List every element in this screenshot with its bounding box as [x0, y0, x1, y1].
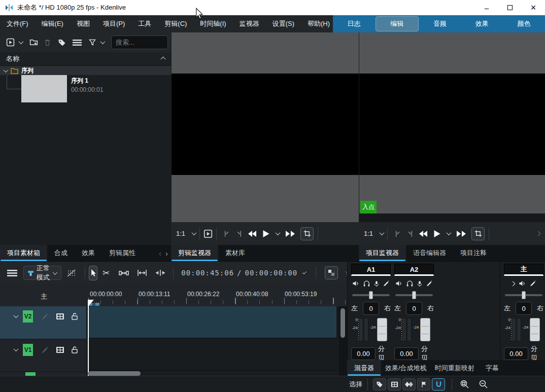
track-lane-v1[interactable]: [88, 340, 336, 371]
menu-clip[interactable]: 剪辑(C): [158, 15, 193, 32]
maximize-button[interactable]: [498, 0, 522, 15]
menu-file[interactable]: 文件(F): [0, 15, 35, 32]
pan-slider[interactable]: [352, 291, 390, 299]
edit-mode-dropdown[interactable]: 正常模式: [23, 266, 61, 280]
set-in-point-icon[interactable]: [223, 230, 230, 238]
tab-time-remap[interactable]: 时间重新映射: [431, 360, 479, 376]
tab-effects[interactable]: 效果: [75, 245, 102, 261]
menu-help[interactable]: 帮助(H): [301, 15, 336, 32]
effects-pen-icon[interactable]: [529, 280, 537, 287]
pan-slider[interactable]: [395, 291, 433, 299]
pan-slider-handle[interactable]: [522, 291, 526, 299]
project-monitor-video[interactable]: [359, 74, 545, 175]
mixed-audio-video-icon[interactable]: [325, 266, 338, 279]
rewind-icon[interactable]: [248, 230, 257, 237]
snap-magnet-button[interactable]: [432, 378, 445, 390]
track-video-icon[interactable]: [56, 346, 64, 354]
filter-dropdown-icon[interactable]: [100, 39, 106, 44]
track-effects-icon[interactable]: [41, 346, 49, 354]
tab-subtitles[interactable]: 字幕: [479, 360, 506, 376]
fit-zone-icon[interactable]: [137, 269, 147, 276]
menu-project[interactable]: 项目(P): [96, 15, 131, 32]
mixer-channel-name[interactable]: 主: [504, 264, 543, 276]
workspace-tab-effects[interactable]: 效果: [461, 15, 503, 32]
mixer-channel-name[interactable]: A1: [351, 264, 391, 276]
track-header-v2[interactable]: V2: [0, 306, 86, 339]
tab-project-bin[interactable]: 项目素材箱: [0, 245, 47, 261]
zoom-out-icon[interactable]: [479, 380, 488, 388]
tab-project-monitor[interactable]: 项目监视器: [359, 245, 406, 261]
pan-slider-handle[interactable]: [412, 291, 416, 299]
bin-menu-icon[interactable]: [73, 39, 82, 46]
track-lock-icon[interactable]: [71, 346, 78, 354]
rewind-icon[interactable]: [419, 230, 428, 237]
timeline-edit-disabled-icon[interactable]: [66, 269, 76, 277]
play-icon[interactable]: [433, 230, 441, 238]
record-mic-icon[interactable]: [373, 280, 380, 288]
filter-icon[interactable]: [88, 39, 96, 46]
thumbnails-toggle-button[interactable]: [388, 378, 401, 390]
playhead-line[interactable]: [88, 300, 89, 376]
toolbar-overflow-icon[interactable]: [536, 231, 541, 236]
clip-monitor-zoom-level[interactable]: 1:1: [176, 230, 185, 237]
pan-slider[interactable]: [505, 291, 542, 299]
effects-pen-icon[interactable]: [426, 280, 433, 287]
timecode-dropdown-icon[interactable]: [302, 270, 306, 274]
add-clip-dropdown-icon[interactable]: [19, 39, 24, 44]
selection-tool-button[interactable]: [89, 266, 97, 280]
track-lane-v2[interactable]: [88, 306, 336, 338]
balance-value[interactable]: 0: [363, 302, 379, 315]
tab-clip-properties[interactable]: 剪辑属性: [102, 245, 137, 261]
clip-thumbnail[interactable]: [21, 75, 67, 102]
minimize-button[interactable]: –: [475, 0, 498, 15]
menu-edit[interactable]: 编辑(E): [35, 15, 70, 32]
workspace-tab-color[interactable]: 颜色: [503, 15, 545, 32]
workspace-tab-audio[interactable]: 音频: [419, 15, 461, 32]
mixer-channel-name[interactable]: A2: [394, 264, 434, 276]
set-in-point-icon[interactable]: [394, 230, 401, 238]
menu-monitor[interactable]: 监视器: [233, 15, 266, 32]
horizontal-scrollbar-thumb[interactable]: [88, 371, 141, 376]
play-icon[interactable]: [262, 230, 270, 238]
collapse-mixer-icon[interactable]: [510, 281, 515, 286]
db-value[interactable]: 0.00: [504, 347, 528, 360]
tab-scroll-right-icon[interactable]: ›: [165, 249, 168, 258]
monitor-overlay-icon[interactable]: [203, 229, 213, 238]
spacer-tool-icon[interactable]: [119, 270, 129, 276]
play-dropdown-icon[interactable]: [447, 230, 452, 235]
db-value[interactable]: 0.00: [394, 347, 419, 360]
zone-mode-icon[interactable]: [471, 227, 485, 240]
tab-scroll-left-icon[interactable]: ‹: [159, 249, 161, 258]
monitor-headphones-icon[interactable]: [363, 280, 370, 287]
volume-fader[interactable]: [377, 318, 387, 341]
markers-flag-button[interactable]: [417, 378, 430, 390]
collapse-icon[interactable]: [161, 56, 166, 61]
mute-speaker-icon[interactable]: [519, 280, 526, 287]
bin-name-header[interactable]: 名称: [0, 52, 171, 66]
bin-clip-item[interactable]: 序列 1 00:00:00:01: [71, 77, 103, 93]
mute-speaker-icon[interactable]: [395, 280, 403, 287]
zoom-dropdown-icon[interactable]: [380, 230, 385, 235]
effects-pen-icon[interactable]: [383, 280, 390, 287]
set-out-point-icon[interactable]: [406, 230, 414, 238]
db-value[interactable]: 0.00: [351, 347, 376, 360]
razor-tool-icon[interactable]: ✂: [103, 268, 110, 278]
tab-mixer[interactable]: 混音器: [347, 360, 381, 376]
volume-fader[interactable]: [530, 318, 540, 341]
playhead-marker[interactable]: [88, 300, 94, 306]
track-header-v1[interactable]: V1: [0, 340, 86, 371]
workspace-tab-edit[interactable]: 编辑: [376, 16, 419, 31]
track-lock-icon[interactable]: [71, 312, 78, 320]
timeline-menu-icon[interactable]: [7, 269, 17, 277]
menu-settings[interactable]: 设置(S): [266, 15, 301, 32]
folder-expand-icon[interactable]: [4, 67, 9, 73]
zone-mode-icon[interactable]: [300, 227, 314, 240]
tag-icon[interactable]: [58, 39, 66, 47]
track-badge-v1[interactable]: V1: [23, 344, 33, 356]
vertical-scrollbar[interactable]: [339, 306, 347, 376]
keyframes-toggle-button[interactable]: [402, 378, 416, 390]
clip-monitor-video[interactable]: [172, 74, 359, 175]
master-track-label[interactable]: 主: [41, 292, 47, 301]
monitor-headphones-icon[interactable]: [406, 280, 414, 287]
track-badge-v2[interactable]: V2: [23, 310, 33, 323]
